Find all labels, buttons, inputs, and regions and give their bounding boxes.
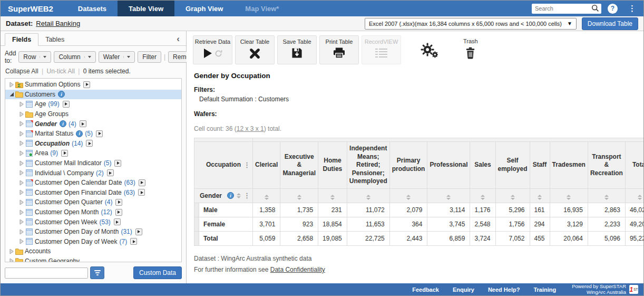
expand-caret-icon[interactable] bbox=[18, 229, 25, 235]
expand-caret-icon[interactable] bbox=[18, 199, 25, 205]
drill-arrow-icon[interactable] bbox=[135, 228, 142, 235]
collapse-caret-icon[interactable] bbox=[8, 91, 15, 97]
expand-caret-icon[interactable] bbox=[18, 140, 25, 146]
sort-icon[interactable] bbox=[237, 193, 241, 198]
col-header-tradesmen[interactable]: Tradesmen bbox=[550, 142, 588, 189]
expand-caret-icon[interactable] bbox=[18, 111, 25, 117]
expand-caret-icon[interactable] bbox=[8, 249, 15, 254]
add-to-column-button[interactable]: Column bbox=[54, 51, 95, 63]
sort-icon[interactable] bbox=[297, 195, 301, 200]
drill-arrow-icon[interactable] bbox=[61, 150, 68, 157]
field-filter-input[interactable] bbox=[5, 268, 88, 279]
tab-tables[interactable]: Tables bbox=[38, 34, 71, 45]
tree-item-accounts[interactable]: Accounts bbox=[5, 246, 181, 256]
tree-item-customer-open-day-of-week[interactable]: Customer Open Day of Week(7) bbox=[5, 237, 181, 247]
download-table-button[interactable]: Download Table bbox=[582, 17, 638, 30]
sort-icon[interactable] bbox=[481, 195, 485, 200]
drill-arrow-icon[interactable] bbox=[114, 218, 121, 225]
sort-icon[interactable] bbox=[265, 195, 269, 200]
data-confidentiality-link[interactable]: Data Confidentiality bbox=[270, 266, 325, 273]
collapse-all-link[interactable]: Collapse All bbox=[5, 68, 38, 75]
filter-fields-icon[interactable] bbox=[90, 266, 104, 279]
col-header-clerical[interactable]: Clerical bbox=[253, 142, 280, 189]
expand-caret-icon[interactable] bbox=[18, 209, 25, 215]
sort-icon[interactable] bbox=[567, 195, 571, 200]
sort-icon[interactable] bbox=[638, 195, 642, 200]
column-menu-icon[interactable]: ⋮ bbox=[243, 192, 250, 199]
info-icon[interactable]: i bbox=[76, 130, 83, 137]
tab-table-view[interactable]: Table View bbox=[118, 1, 174, 16]
drill-arrow-icon[interactable] bbox=[138, 189, 145, 196]
feedback-link[interactable]: Feedback bbox=[412, 287, 439, 293]
table-options-gear-icon[interactable] bbox=[421, 35, 438, 61]
info-icon[interactable]: i bbox=[227, 192, 234, 199]
trash-button[interactable]: Trash bbox=[463, 35, 478, 61]
tree-item-custom-geography[interactable]: Custom Geography bbox=[5, 256, 181, 262]
drill-arrow-icon[interactable] bbox=[115, 209, 122, 216]
collapse-sidebar-icon[interactable]: ‹ bbox=[174, 34, 182, 45]
print-table-button[interactable]: Print Table bbox=[319, 35, 359, 64]
col-header-home-duties[interactable]: Home Duties bbox=[318, 142, 347, 189]
tab-map-view[interactable]: Map View* bbox=[234, 1, 290, 16]
tree-item-customer-open-financial-date[interactable]: Customer Open Financial Date(63) bbox=[5, 188, 181, 198]
info-icon[interactable]: i bbox=[58, 91, 65, 98]
expand-caret-icon[interactable] bbox=[18, 189, 25, 195]
expand-caret-icon[interactable] bbox=[18, 150, 25, 156]
info-icon[interactable]: i bbox=[60, 120, 66, 127]
drill-arrow-icon[interactable] bbox=[83, 81, 90, 88]
expand-caret-icon[interactable] bbox=[8, 258, 15, 262]
row-dimension-header[interactable]: Genderi⋮ bbox=[194, 188, 253, 203]
drill-arrow-icon[interactable] bbox=[63, 101, 70, 108]
expand-caret-icon[interactable] bbox=[18, 219, 25, 225]
tree-item-gender[interactable]: Genderi(4) bbox=[5, 119, 181, 129]
tree-item-individual-company[interactable]: Individual \ Company(2) bbox=[5, 168, 181, 178]
tab-fields[interactable]: Fields bbox=[5, 33, 38, 46]
drill-arrow-icon[interactable] bbox=[86, 140, 93, 147]
expand-caret-icon[interactable] bbox=[18, 121, 25, 127]
expand-caret-icon[interactable] bbox=[18, 170, 25, 176]
drill-arrow-icon[interactable] bbox=[115, 199, 122, 206]
chevron-down-icon[interactable] bbox=[84, 56, 91, 58]
col-dimension-header[interactable]: Occupation⋮ bbox=[194, 142, 253, 189]
drill-arrow-icon[interactable] bbox=[139, 179, 145, 186]
clear-table-button[interactable]: Clear Table bbox=[235, 35, 275, 64]
overflow-menu-icon[interactable]: ⋮ bbox=[625, 4, 639, 13]
expand-caret-icon[interactable] bbox=[18, 131, 25, 137]
col-header-staff[interactable]: Staff bbox=[530, 142, 550, 189]
col-header-professional[interactable]: Professional bbox=[427, 142, 470, 189]
expand-caret-icon[interactable] bbox=[18, 101, 25, 107]
tab-graph-view[interactable]: Graph View bbox=[174, 1, 234, 16]
tree-item-customer-open-calendar-date[interactable]: Customer Open Calendar Date(63) bbox=[5, 178, 181, 188]
custom-data-button[interactable]: Custom Data bbox=[133, 266, 182, 279]
sort-icon[interactable] bbox=[330, 195, 335, 200]
col-header-executive-managerial[interactable]: Executive & Managerial bbox=[280, 142, 318, 189]
drill-arrow-icon[interactable] bbox=[130, 238, 137, 245]
tree-item-customer-open-week[interactable]: Customer Open Week(53) bbox=[5, 217, 181, 227]
tree-item-summation-options[interactable]: ΣSummation Options bbox=[5, 80, 181, 90]
col-header-transport-recreation[interactable]: Transport & Recreation bbox=[588, 142, 625, 189]
tree-item-age[interactable]: Age(99) bbox=[5, 99, 181, 109]
col-header-self-employed[interactable]: Self employed bbox=[495, 142, 530, 189]
column-menu-icon[interactable]: ⋮ bbox=[243, 161, 250, 168]
sort-icon[interactable] bbox=[406, 195, 411, 200]
tree-item-occupation[interactable]: Occupation(14) bbox=[5, 139, 181, 149]
col-header-sales[interactable]: Sales bbox=[470, 142, 495, 189]
expand-caret-icon[interactable] bbox=[18, 238, 25, 244]
tree-item-customer-open-month[interactable]: Customer Open Month(12) bbox=[5, 207, 181, 217]
col-header-primary-production[interactable]: Primary production bbox=[389, 142, 427, 189]
untick-all-link[interactable]: Un-tick All bbox=[47, 68, 75, 75]
chevron-down-icon[interactable] bbox=[123, 56, 130, 58]
sort-icon[interactable] bbox=[366, 195, 370, 200]
col-header-independent-means-retired-pensioner-unemployed[interactable]: Independent Means; Retired; Pensioner; U… bbox=[347, 142, 389, 189]
sort-icon[interactable] bbox=[446, 195, 451, 200]
expand-caret-icon[interactable] bbox=[18, 180, 25, 186]
search-icon[interactable] bbox=[591, 4, 599, 14]
sort-icon[interactable] bbox=[538, 195, 542, 200]
tree-item-marital-status[interactable]: Marital Statusi(5) bbox=[5, 129, 181, 139]
export-format-select[interactable]: Excel 2007 (.xlsx)(max 16,384 columns x … bbox=[365, 18, 577, 30]
add-to-filter-button[interactable]: Filter bbox=[138, 51, 161, 63]
cell-count-link[interactable]: 12 x 3 x 1 bbox=[237, 125, 264, 132]
tree-item-age-groups[interactable]: Age Groups bbox=[5, 109, 181, 119]
training-link[interactable]: Training bbox=[533, 287, 556, 293]
tab-datasets[interactable]: Datasets bbox=[67, 1, 118, 16]
